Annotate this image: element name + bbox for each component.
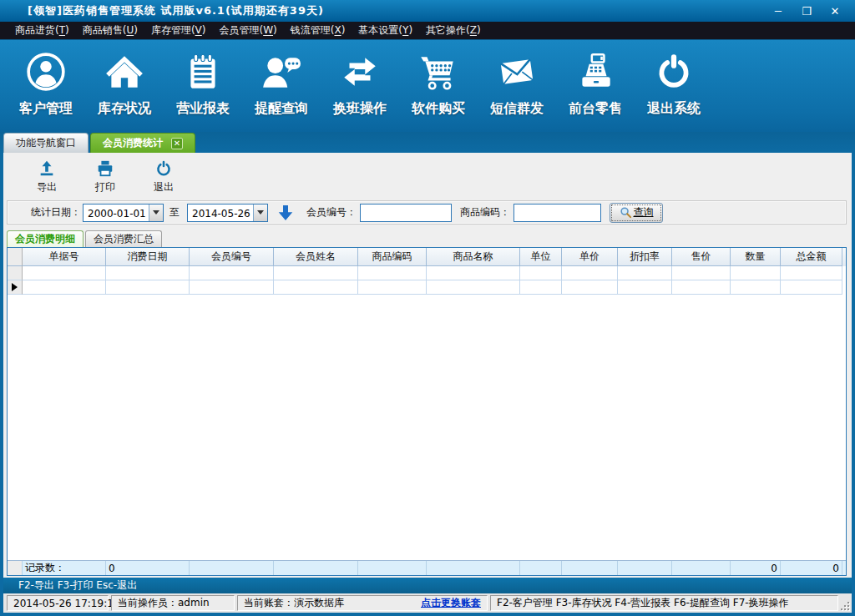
- product-code-label: 商品编码：: [460, 205, 510, 220]
- status-bar: 2014-05-26 17:19:11 当前操作员：admin 当前账套：演示数…: [3, 593, 852, 613]
- grid-cell: [23, 266, 106, 280]
- grid-row[interactable]: [8, 280, 846, 295]
- footer-cell: [358, 561, 427, 575]
- print-button[interactable]: 打印: [82, 158, 129, 196]
- tab-member-consumption-stats[interactable]: 会员消费统计 ✕: [90, 133, 195, 153]
- grid-body: [8, 266, 846, 295]
- grid-cell: [190, 266, 274, 280]
- record-count-value: 0: [106, 561, 190, 575]
- exit-icon: [154, 159, 173, 178]
- row-selector-cell: [8, 266, 23, 280]
- search-button[interactable]: 查询: [610, 203, 663, 223]
- chevron-down-icon[interactable]: [149, 204, 163, 221]
- menu-item-3[interactable]: 会员管理(W): [212, 22, 283, 39]
- main-toolbar: 客户管理 库存状况: [0, 39, 855, 132]
- grid-cell: [520, 280, 562, 295]
- resize-grip-icon[interactable]: [839, 600, 849, 610]
- power-icon: [650, 48, 697, 95]
- export-button[interactable]: 导出: [23, 158, 70, 196]
- row-selector-header: [8, 248, 23, 266]
- toolbar-front-desk-retail[interactable]: 前台零售: [556, 48, 635, 118]
- grid-cell: [618, 280, 672, 295]
- switch-account-link[interactable]: 点击更换账套: [421, 596, 481, 610]
- minimize-button[interactable]: ─: [766, 3, 790, 19]
- toolbar-business-report[interactable]: 营业报表: [164, 48, 242, 118]
- hotkey-strip: F2-导出 F3-打印 Esc-退出: [3, 578, 852, 593]
- member-no-label: 会员编号：: [306, 205, 357, 220]
- menu-item-5[interactable]: 基本设置(Y): [352, 22, 419, 39]
- print-icon: [96, 159, 114, 178]
- toolbar-reminder-query[interactable]: 提醒查询: [242, 48, 321, 118]
- column-header[interactable]: 会员姓名: [274, 248, 358, 266]
- reminder-icon: [258, 48, 305, 95]
- column-header[interactable]: 单位: [520, 248, 562, 266]
- menu-bar: 商品进货(T)商品销售(U)库存管理(V)会员管理(W)钱流管理(X)基本设置(…: [0, 22, 855, 39]
- column-header[interactable]: 售价: [672, 248, 731, 266]
- toolbar-customer-management[interactable]: 客户管理: [7, 48, 85, 118]
- grid-cell: [427, 280, 520, 295]
- footer-cell: [427, 561, 520, 575]
- toolbar-exit-system[interactable]: 退出系统: [635, 48, 713, 118]
- grid-cell: [562, 266, 618, 280]
- close-button[interactable]: ✕: [823, 3, 847, 19]
- grid-cell: [618, 266, 672, 280]
- column-header[interactable]: 商品编码: [358, 248, 427, 266]
- column-header[interactable]: 单据号: [23, 248, 106, 266]
- status-account-panel: 当前账套：演示数据库 点击更换账套: [237, 595, 488, 611]
- grid-cell: [520, 266, 562, 280]
- quit-button[interactable]: 退出: [140, 158, 187, 196]
- grid-cell: [427, 266, 520, 280]
- shift-swap-icon: [336, 48, 383, 95]
- subtab-consumption-detail[interactable]: 会员消费明细: [7, 230, 83, 247]
- status-account: 当前账套：演示数据库: [244, 596, 344, 610]
- grid-cell: [274, 266, 358, 280]
- grid-cell: [731, 266, 781, 280]
- footer-cell: [618, 561, 672, 575]
- tab-close-icon[interactable]: ✕: [171, 138, 183, 149]
- menu-item-4[interactable]: 钱流管理(X): [284, 22, 352, 39]
- blue-down-arrow-icon: [278, 204, 293, 221]
- toolbar-inventory-status[interactable]: 库存状况: [85, 48, 164, 118]
- amount-total: 0: [781, 561, 842, 575]
- column-header[interactable]: 总金额: [781, 248, 842, 266]
- user-circle-icon: [23, 48, 69, 95]
- column-header[interactable]: 会员编号: [190, 248, 274, 266]
- subtab-consumption-summary[interactable]: 会员消费汇总: [85, 230, 162, 247]
- menu-item-0[interactable]: 商品进货(T): [8, 22, 76, 39]
- menu-item-1[interactable]: 商品销售(U): [76, 22, 144, 39]
- column-header[interactable]: 数量: [731, 248, 781, 266]
- home-icon: [101, 48, 148, 95]
- grid-cell: [358, 266, 427, 280]
- member-no-input[interactable]: [360, 204, 452, 222]
- grid-row[interactable]: [8, 266, 846, 280]
- toolbar-sms-broadcast[interactable]: 短信群发: [478, 48, 556, 118]
- date-to-combobox[interactable]: 2014-05-26: [187, 204, 268, 222]
- app-window: [领智]医药销售管理系统 试用版v6.1(试用期还有39天) ─ ❒ ✕ 商品进…: [0, 0, 855, 616]
- footer-selector-cell: [8, 561, 23, 575]
- toolbar-shift-change[interactable]: 换班操作: [321, 48, 399, 118]
- register-icon: [572, 48, 619, 95]
- title-bar: [领智]医药销售管理系统 试用版v6.1(试用期还有39天) ─ ❒ ✕: [0, 0, 855, 22]
- column-header[interactable]: 消费日期: [106, 248, 190, 266]
- date-from-combobox[interactable]: 2000-01-01: [83, 204, 164, 222]
- toolbar-software-purchase[interactable]: 软件购买: [399, 48, 478, 118]
- grid-cell: [781, 266, 842, 280]
- to-label: 至: [169, 205, 180, 220]
- export-icon: [38, 159, 56, 178]
- maximize-button[interactable]: ❒: [795, 3, 818, 19]
- menu-item-6[interactable]: 其它操作(Z): [419, 22, 488, 39]
- tab-function-navigation[interactable]: 功能导航窗口: [3, 133, 89, 153]
- grid-cell: [274, 280, 358, 295]
- status-hotkeys: F2-客户管理 F3-库存状况 F4-营业报表 F6-提醒查询 F7-换班操作: [490, 595, 838, 611]
- content-panel: 导出 打印 退出: [3, 153, 852, 578]
- grid-header-row: 单据号消费日期会员编号会员姓名商品编码商品名称单位单价折扣率售价数量总金额: [8, 248, 846, 266]
- column-header[interactable]: 单价: [562, 248, 618, 266]
- grid-cell: [358, 280, 427, 295]
- column-header[interactable]: 商品名称: [427, 248, 520, 266]
- menu-item-2[interactable]: 库存管理(V): [144, 22, 213, 39]
- column-header[interactable]: 折扣率: [618, 248, 672, 266]
- current-row-arrow-icon: [12, 283, 18, 291]
- row-selector-cell: [8, 280, 23, 295]
- product-code-input[interactable]: [514, 204, 601, 222]
- chevron-down-icon[interactable]: [253, 204, 267, 221]
